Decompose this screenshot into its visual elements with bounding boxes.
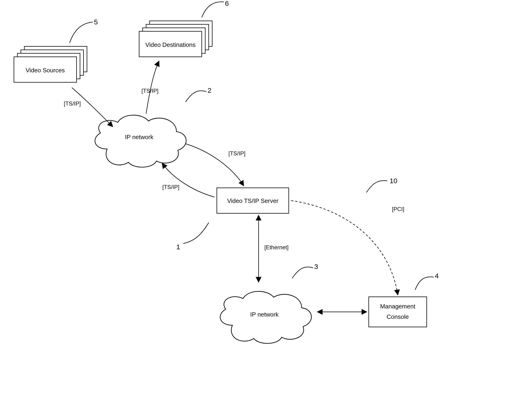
edge-server-to-mgmt: [PCI] 10: [291, 177, 404, 294]
edge-server-to-mgmt-ref: 10: [390, 177, 397, 184]
ip-network-top-ref: 2: [208, 87, 211, 94]
ip-network-top-label: IP network: [125, 133, 153, 140]
mgmt-console-label-1: Management: [380, 303, 416, 310]
edge-net-to-dest-label: [TS/IP]: [141, 88, 158, 94]
edge-server-to-net: [TS/IP]: [162, 164, 215, 197]
edge-server-to-mgmt-label: [PCI]: [392, 206, 404, 212]
edge-server-to-net2-label: [Ethernet]: [264, 244, 289, 250]
video-server-label: Video TS/IP Server: [227, 197, 278, 204]
video-destinations-label: Video Destinations: [146, 41, 196, 48]
edge-net-to-dest: [TS/IP]: [141, 61, 159, 114]
mgmt-console-node: Management Console 4: [369, 272, 439, 327]
mgmt-console-label-2: Console: [386, 313, 409, 320]
video-server-ref: 1: [176, 243, 180, 251]
video-destinations-ref: 6: [225, 0, 229, 7]
network-diagram: Video Sources 5 Video Destinations 6 IP …: [0, 0, 532, 400]
ip-network-top-node: IP network 2: [95, 87, 211, 167]
edge-net-to-server: [TS/IP]: [185, 144, 245, 185]
edge-server-to-net-label: [TS/IP]: [162, 184, 179, 190]
video-sources-node: Video Sources 5: [14, 18, 98, 82]
ip-network-bottom-label: IP network: [250, 311, 279, 318]
video-destinations-node: Video Destinations 6: [139, 0, 229, 57]
edge-net-to-server-label: [TS/IP]: [228, 150, 245, 157]
video-sources-ref: 5: [94, 18, 98, 26]
video-sources-label: Video Sources: [26, 67, 65, 74]
edge-src-to-net-label: [TS/IP]: [64, 100, 81, 107]
edge-server-to-net2: [Ethernet]: [259, 216, 289, 282]
ip-network-bottom-node: IP network 3: [220, 263, 318, 343]
edge-src-to-net: [TS/IP]: [64, 88, 113, 126]
svg-rect-5: [369, 297, 427, 327]
video-server-node: Video TS/IP Server 1: [176, 188, 289, 251]
ip-network-bottom-ref: 3: [314, 263, 318, 270]
mgmt-console-ref: 4: [435, 272, 439, 280]
